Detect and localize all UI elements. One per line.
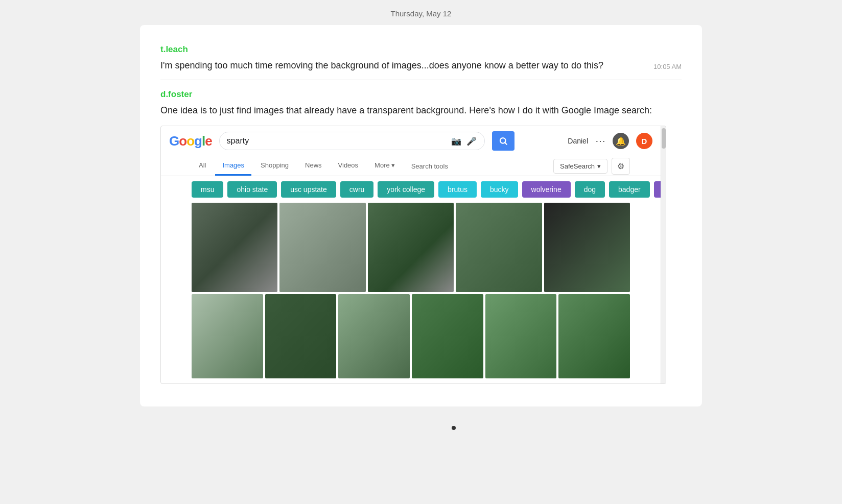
safe-search-button[interactable]: SafeSearch ▾: [553, 159, 607, 174]
image-5[interactable]: [544, 203, 630, 292]
chip-bucky[interactable]: bucky: [481, 181, 518, 198]
images-row-2: [192, 294, 630, 378]
logo-e: e: [205, 133, 212, 149]
chips-row: msu ohio state usc upstate cwru york col…: [161, 176, 661, 203]
camera-icon[interactable]: 📷: [451, 135, 462, 147]
chip-ohio-state[interactable]: ohio state: [227, 181, 277, 198]
chat-area: t.leach I'm spending too much time remov…: [140, 25, 702, 406]
tab-videos[interactable]: Videos: [331, 156, 366, 176]
image-11[interactable]: [558, 294, 630, 378]
scrollbar-thumb[interactable]: [662, 128, 666, 149]
image-10[interactable]: [485, 294, 557, 378]
logo-o2: o: [186, 133, 194, 149]
tab-news[interactable]: News: [298, 156, 329, 176]
images-grid: [161, 203, 661, 383]
safe-search-label: SafeSearch: [560, 162, 595, 170]
image-2[interactable]: [279, 203, 365, 292]
chip-dog[interactable]: dog: [575, 181, 605, 198]
message-block-dfoster: d.foster One idea is to just find images…: [160, 80, 682, 391]
tab-search-tools[interactable]: Search tools: [404, 157, 455, 175]
apps-icon[interactable]: ⋯: [595, 135, 605, 147]
logo-g: G: [169, 133, 179, 149]
chip-usc-upstate[interactable]: usc upstate: [281, 181, 336, 198]
chip-brutus[interactable]: brutus: [438, 181, 477, 198]
scrollbar[interactable]: [661, 126, 666, 383]
username-tleach: t.leach: [160, 44, 682, 55]
image-4[interactable]: [456, 203, 542, 292]
chip-york-college[interactable]: york college: [378, 181, 434, 198]
username-dfoster: d.foster: [160, 89, 682, 100]
tab-all[interactable]: All: [192, 156, 213, 176]
chip-wolverine[interactable]: wolverine: [522, 181, 571, 198]
image-6[interactable]: [192, 294, 263, 378]
svg-line-1: [505, 142, 506, 144]
logo-g2: g: [194, 133, 202, 149]
search-button[interactable]: [492, 131, 514, 151]
chip-michigan[interactable]: michigan: [654, 181, 661, 198]
settings-button[interactable]: ⚙: [612, 158, 630, 175]
image-3[interactable]: [368, 203, 454, 292]
logo-o1: o: [179, 133, 186, 149]
avatar[interactable]: D: [636, 133, 652, 149]
user-name: Daniel: [568, 137, 588, 145]
cursor: [452, 426, 456, 430]
embed-content: Google sparty 📷 🎤: [161, 126, 661, 383]
google-embed: Google sparty 📷 🎤: [160, 126, 666, 384]
notifications-icon[interactable]: 🔔: [613, 133, 629, 149]
image-7[interactable]: [265, 294, 337, 378]
message-block-tleach: t.leach I'm spending too much time remov…: [160, 35, 682, 80]
search-icon: [499, 136, 508, 146]
date-text: Thursday, May 12: [391, 9, 452, 18]
image-1[interactable]: [192, 203, 277, 292]
image-9[interactable]: [412, 294, 483, 378]
images-row-1: [192, 203, 630, 292]
mic-icon[interactable]: 🎤: [466, 135, 477, 147]
more-chevron: ▾: [391, 161, 395, 169]
safe-search-chevron: ▾: [597, 162, 601, 170]
nav-tabs: All Images Shopping News Videos More ▾ S…: [161, 156, 661, 176]
page-wrapper: Thursday, May 12 t.leach I'm spending to…: [0, 0, 842, 504]
date-header: Thursday, May 12: [0, 0, 842, 25]
message-text-tleach: I'm spending too much time removing the …: [160, 59, 682, 73]
nav-right-actions: SafeSearch ▾ ⚙: [553, 158, 630, 175]
search-query: sparty: [227, 136, 447, 146]
google-header: Google sparty 📷 🎤: [161, 126, 661, 156]
image-8[interactable]: [338, 294, 410, 378]
tab-shopping[interactable]: Shopping: [253, 156, 296, 176]
tab-more[interactable]: More ▾: [367, 156, 402, 176]
header-right: Daniel ⋯ 🔔 D: [568, 133, 652, 149]
timestamp-tleach: 10:05 AM: [653, 63, 682, 70]
chip-badger[interactable]: badger: [609, 181, 650, 198]
chip-msu[interactable]: msu: [192, 181, 223, 198]
tab-images[interactable]: Images: [215, 156, 251, 176]
search-bar: sparty 📷 🎤: [219, 132, 485, 150]
chip-cwru[interactable]: cwru: [340, 181, 374, 198]
message-text-dfoster: One idea is to just find images that alr…: [160, 104, 682, 117]
google-logo: Google: [169, 133, 212, 149]
